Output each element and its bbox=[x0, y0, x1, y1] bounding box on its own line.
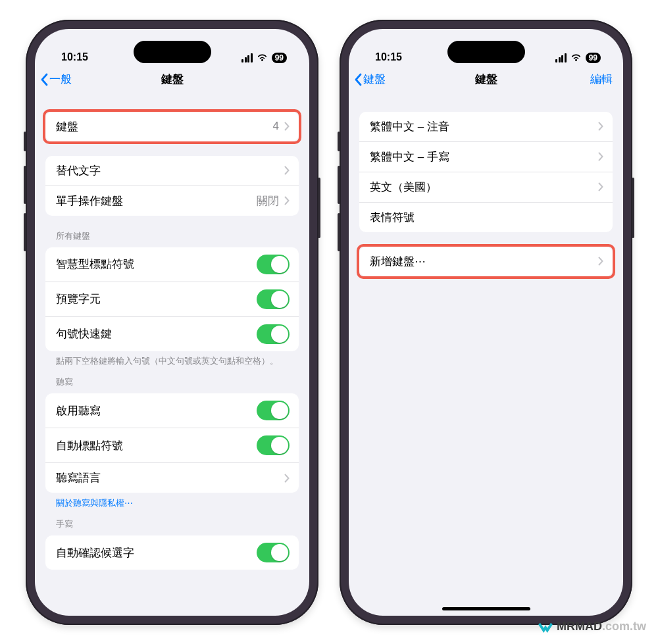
nav-bar: 一般 鍵盤 bbox=[35, 64, 309, 95]
row-smart-punctuation[interactable]: 智慧型標點符號 bbox=[45, 247, 299, 282]
toggle-period-shortcut[interactable] bbox=[257, 324, 290, 344]
wifi-icon bbox=[257, 53, 268, 62]
dynamic-island bbox=[134, 41, 211, 63]
watermark-logo-icon bbox=[538, 621, 553, 633]
back-button[interactable]: 鍵盤 bbox=[354, 72, 386, 87]
battery-icon: 99 bbox=[586, 53, 601, 63]
row-period-shortcut[interactable]: 句號快速鍵 bbox=[45, 317, 299, 351]
keyboard-item-emoji[interactable]: 表情符號 bbox=[359, 203, 613, 232]
dynamic-island bbox=[447, 41, 525, 63]
settings-content[interactable]: 鍵盤 4 替代文字 單手操作鍵盤 bbox=[35, 95, 309, 616]
row-dictation-languages[interactable]: 聽寫語言 bbox=[45, 463, 299, 493]
note-period-shortcut: 點兩下空格鍵將輸入句號（中文句號或英文句點和空格）。 bbox=[45, 351, 299, 368]
row-keyboards[interactable]: 鍵盤 4 bbox=[45, 112, 299, 141]
home-indicator[interactable] bbox=[442, 607, 530, 610]
toggle-smart-punctuation[interactable] bbox=[257, 255, 290, 274]
phone-right: 10:15 99 鍵盤 鍵盤 編輯 繁體中文 – 注音 bbox=[340, 20, 632, 625]
toggle-character-preview[interactable] bbox=[257, 289, 290, 309]
status-time: 10:15 bbox=[61, 51, 101, 63]
chevron-right-icon bbox=[598, 122, 603, 131]
row-auto-punctuation[interactable]: 自動標點符號 bbox=[45, 428, 299, 463]
row-one-handed[interactable]: 單手操作鍵盤 關閉 bbox=[45, 186, 299, 216]
row-text-replacement[interactable]: 替代文字 bbox=[45, 156, 299, 186]
nav-title: 鍵盤 bbox=[161, 72, 184, 87]
toggle-enable-dictation[interactable] bbox=[257, 401, 290, 420]
chevron-left-icon bbox=[40, 73, 48, 86]
header-dictation: 聽寫 bbox=[45, 376, 299, 393]
watermark-domain: .com.tw bbox=[602, 620, 646, 633]
nav-bar: 鍵盤 鍵盤 編輯 bbox=[349, 64, 623, 95]
toggle-auto-punctuation[interactable] bbox=[257, 435, 290, 455]
row-auto-confirm[interactable]: 自動確認候選字 bbox=[45, 535, 299, 570]
keyboards-content[interactable]: 繁體中文 – 注音 繁體中文 – 手寫 英文（美國） 表情符號 bbox=[349, 95, 623, 616]
cellular-icon bbox=[555, 53, 567, 62]
link-dictation-privacy[interactable]: 關於聽寫與隱私權⋯ bbox=[45, 493, 299, 509]
toggle-auto-confirm[interactable] bbox=[257, 543, 290, 562]
chevron-right-icon bbox=[598, 182, 603, 191]
watermark-brand: MRMAD bbox=[557, 620, 602, 633]
phone-left: 10:15 99 一般 鍵盤 鍵盤 4 bbox=[26, 20, 318, 625]
nav-title: 鍵盤 bbox=[475, 72, 497, 87]
header-handwriting: 手寫 bbox=[45, 518, 299, 535]
row-character-preview[interactable]: 預覽字元 bbox=[45, 282, 299, 317]
wifi-icon bbox=[570, 53, 582, 62]
battery-icon: 99 bbox=[272, 53, 287, 63]
chevron-right-icon bbox=[284, 474, 290, 483]
cellular-icon bbox=[241, 53, 253, 62]
row-enable-dictation[interactable]: 啟用聽寫 bbox=[45, 393, 299, 428]
keyboard-item-handwriting[interactable]: 繁體中文 – 手寫 bbox=[359, 142, 613, 172]
chevron-right-icon bbox=[598, 152, 603, 161]
watermark: MRMAD.com.tw bbox=[538, 620, 646, 633]
edit-button[interactable]: 編輯 bbox=[590, 72, 613, 87]
chevron-left-icon bbox=[354, 73, 362, 86]
back-button[interactable]: 一般 bbox=[40, 72, 72, 87]
chevron-right-icon bbox=[598, 257, 603, 266]
back-label: 一般 bbox=[49, 72, 72, 87]
chevron-right-icon bbox=[284, 122, 290, 131]
keyboard-item-zhuyin[interactable]: 繁體中文 – 注音 bbox=[359, 112, 613, 142]
row-add-keyboard[interactable]: 新增鍵盤⋯ bbox=[359, 247, 613, 276]
chevron-right-icon bbox=[284, 166, 290, 175]
status-time: 10:15 bbox=[375, 51, 415, 63]
keyboard-item-english-us[interactable]: 英文（美國） bbox=[359, 172, 613, 203]
header-all-keyboards: 所有鍵盤 bbox=[45, 230, 299, 247]
chevron-right-icon bbox=[284, 196, 290, 205]
back-label: 鍵盤 bbox=[363, 72, 386, 87]
